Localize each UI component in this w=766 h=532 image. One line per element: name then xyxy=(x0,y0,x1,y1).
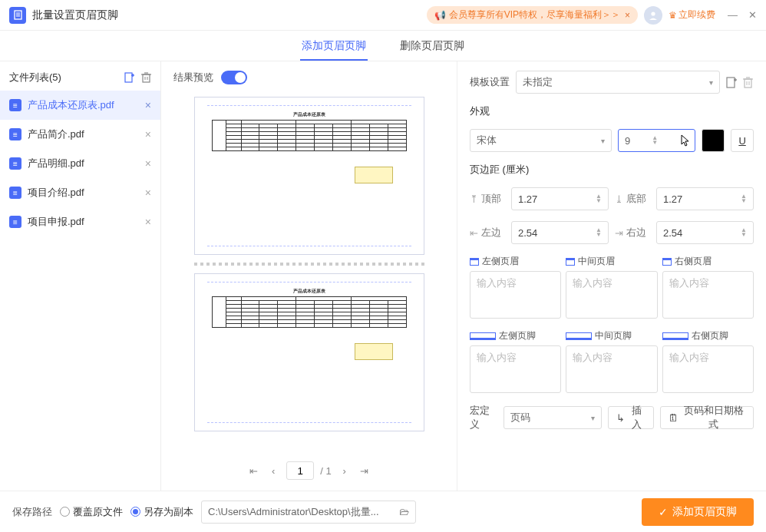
margin-left-label: ⇤左边 xyxy=(470,226,505,240)
margin-top-input[interactable]: 1.27▲▼ xyxy=(511,187,609,210)
preview-note xyxy=(355,167,393,183)
template-select[interactable]: 未指定 ▾ xyxy=(516,71,720,94)
header-center-input[interactable]: 输入内容 xyxy=(566,271,657,319)
chevron-down-icon: ▾ xyxy=(709,78,713,87)
file-item[interactable]: ≡ 产品简介.pdf × xyxy=(0,120,160,149)
svg-rect-8 xyxy=(143,74,150,82)
file-remove-icon[interactable]: × xyxy=(145,99,151,111)
page-current-input[interactable] xyxy=(286,461,314,480)
vip-banner-close-icon[interactable]: × xyxy=(625,10,630,21)
file-remove-icon[interactable]: × xyxy=(145,216,151,228)
page-thumbnail: 产品成本还原表 xyxy=(194,273,424,431)
preview-note xyxy=(355,343,393,360)
footer-bar: 保存路径 覆盖原文件 另存为副本 C:\Users\Administrator\… xyxy=(0,491,766,532)
margin-left-input[interactable]: 2.54▲▼ xyxy=(511,221,609,244)
footer-left-input[interactable]: 输入内容 xyxy=(470,345,561,393)
check-icon: ✓ xyxy=(659,506,668,518)
add-file-icon[interactable] xyxy=(124,72,135,83)
preview-table xyxy=(212,296,407,328)
user-avatar[interactable] xyxy=(644,6,662,25)
file-item[interactable]: ≡ 项目介绍.pdf × xyxy=(0,178,160,207)
file-item[interactable]: ≡ 产品成本还原表.pdf × xyxy=(0,91,160,120)
minimize-button[interactable]: — xyxy=(728,9,738,21)
vip-banner-text: 会员尊享所有VIP特权，尽享海量福利＞＞ xyxy=(449,8,620,21)
file-list-header: 文件列表(5) xyxy=(9,71,124,84)
page-last-icon[interactable]: ⇥ xyxy=(358,465,371,477)
file-remove-icon[interactable]: × xyxy=(145,157,151,170)
header-fields: 左侧页眉 输入内容 中间页眉 输入内容 右侧页眉 输入内容 xyxy=(470,255,754,319)
overwrite-radio[interactable]: 覆盖原文件 xyxy=(60,505,123,519)
browse-folder-icon[interactable]: 🗁 xyxy=(399,506,409,517)
page-separator xyxy=(194,263,424,266)
spinner-icon[interactable]: ▲▼ xyxy=(652,136,658,145)
file-icon: ≡ xyxy=(9,157,21,170)
header-right-input[interactable]: 输入内容 xyxy=(662,271,754,319)
page-next-icon[interactable]: › xyxy=(338,465,352,477)
appearance-label: 外观 xyxy=(470,104,754,118)
footer-fields: 左侧页脚 输入内容 中间页脚 输入内容 右侧页脚 输入内容 xyxy=(470,329,754,393)
pagination: ⇤ ‹ / 1 › ⇥ xyxy=(173,454,444,481)
file-icon: ≡ xyxy=(9,187,21,199)
margin-top-label: ⤒顶部 xyxy=(470,192,505,206)
insert-macro-button[interactable]: ↳ 插入 xyxy=(608,406,654,429)
delete-template-icon[interactable] xyxy=(743,77,754,88)
file-remove-icon[interactable]: × xyxy=(145,187,151,199)
font-size-input[interactable]: 9 ▲▼ xyxy=(618,129,695,152)
window-title: 批量设置页眉页脚 xyxy=(32,8,118,22)
margin-bottom-label: ⤓底部 xyxy=(615,192,650,206)
svg-rect-13 xyxy=(727,78,735,88)
preview-zone: 产品成本还原表 产品成本还原表 xyxy=(173,92,444,454)
vip-banner[interactable]: 📢 会员尊享所有VIP特权，尽享海量福利＞＞ × xyxy=(427,6,638,24)
cursor-icon xyxy=(681,134,690,147)
save-path-field[interactable]: C:\Users\Administrator\Desktop\批量... 🗁 xyxy=(201,501,416,524)
page-thumbnail: 产品成本还原表 xyxy=(194,97,424,255)
preview-toggle[interactable] xyxy=(221,71,247,84)
macro-label: 宏定义 xyxy=(470,404,497,431)
margin-right-label: ⇥右边 xyxy=(615,226,650,240)
vip-renew-link[interactable]: ♛ 立即续费 xyxy=(669,8,715,21)
margin-bottom-input[interactable]: 1.27▲▼ xyxy=(656,187,754,210)
date-format-button[interactable]: 🗓 页码和日期格式 xyxy=(660,406,754,429)
delete-file-icon[interactable] xyxy=(141,72,151,83)
file-item[interactable]: ≡ 产品明细.pdf × xyxy=(0,149,160,178)
save-path-label: 保存路径 xyxy=(12,505,52,519)
preview-panel: 结果预览 产品成本还原表 产品成本还原表 ⇤ ‹ / 1 › ⇥ xyxy=(161,61,457,491)
tab-remove-headerfooter[interactable]: 删除页眉页脚 xyxy=(398,33,466,61)
chevron-down-icon: ▾ xyxy=(591,414,595,422)
header-left-label: 左侧页眉 xyxy=(470,255,561,268)
file-name: 产品明细.pdf xyxy=(28,157,139,170)
footer-right-label: 右侧页脚 xyxy=(662,329,754,342)
footer-center-input[interactable]: 输入内容 xyxy=(566,345,657,393)
footer-right-input[interactable]: 输入内容 xyxy=(662,345,754,393)
file-name: 产品成本还原表.pdf xyxy=(28,98,139,112)
apply-button[interactable]: ✓ 添加页眉页脚 xyxy=(642,498,754,526)
file-icon: ≡ xyxy=(9,128,21,140)
app-icon xyxy=(9,7,26,24)
page-total: / 1 xyxy=(320,465,331,477)
main-tabs: 添加页眉页脚 删除页眉页脚 xyxy=(0,31,766,61)
footer-center-label: 中间页脚 xyxy=(566,329,657,342)
template-label: 模板设置 xyxy=(470,75,510,89)
close-button[interactable]: ✕ xyxy=(748,9,757,21)
chevron-down-icon: ▾ xyxy=(601,137,605,145)
page-first-icon[interactable]: ⇤ xyxy=(246,465,260,477)
macro-select[interactable]: 页码 ▾ xyxy=(504,406,602,429)
header-right-label: 右侧页眉 xyxy=(662,255,754,268)
font-color-picker[interactable] xyxy=(702,129,725,152)
svg-rect-5 xyxy=(125,73,132,82)
file-item[interactable]: ≡ 项目申报.pdf × xyxy=(0,207,160,236)
svg-point-4 xyxy=(651,12,655,15)
font-select[interactable]: 宋体 ▾ xyxy=(470,129,612,152)
file-remove-icon[interactable]: × xyxy=(145,128,151,140)
header-center-label: 中间页眉 xyxy=(566,255,657,268)
svg-rect-16 xyxy=(745,79,751,88)
page-prev-icon[interactable]: ‹ xyxy=(266,465,280,477)
underline-button[interactable]: U xyxy=(731,129,754,152)
margin-right-input[interactable]: 2.54▲▼ xyxy=(656,221,754,244)
header-left-input[interactable]: 输入内容 xyxy=(470,271,561,319)
save-template-icon[interactable] xyxy=(726,77,737,88)
file-icon: ≡ xyxy=(9,99,21,111)
tab-add-headerfooter[interactable]: 添加页眉页脚 xyxy=(300,33,368,61)
save-as-copy-radio[interactable]: 另存为副本 xyxy=(130,505,193,519)
file-name: 项目申报.pdf xyxy=(28,215,139,229)
